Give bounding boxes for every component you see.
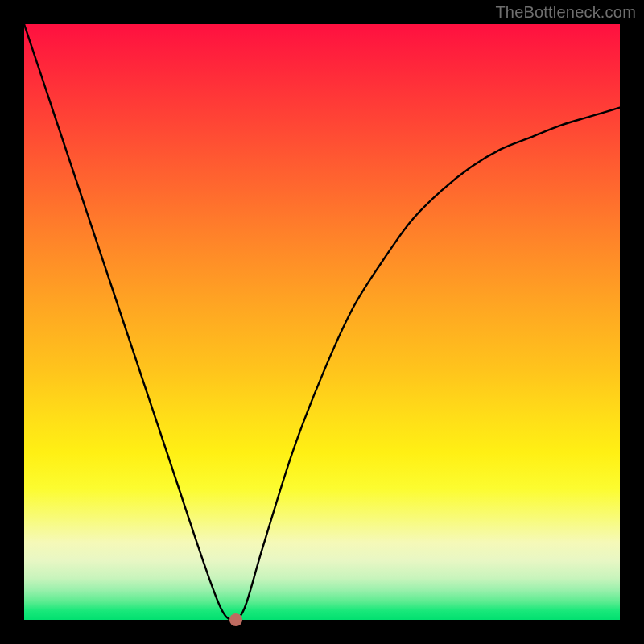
plot-area <box>24 24 620 620</box>
optimum-marker <box>229 613 242 626</box>
chart-frame: TheBottleneck.com <box>0 0 644 644</box>
curve-svg <box>24 24 620 620</box>
bottleneck-curve <box>24 24 620 620</box>
attribution-label: TheBottleneck.com <box>495 3 636 22</box>
